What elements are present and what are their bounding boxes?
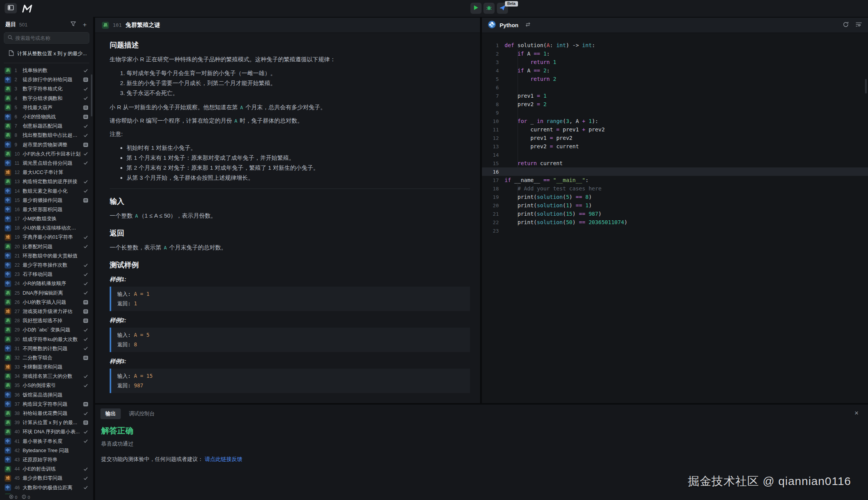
tab-output[interactable]: 输出	[100, 408, 121, 419]
problem-list-item[interactable]: 中23石子移动问题	[0, 270, 93, 279]
word-wrap-button[interactable]	[856, 22, 862, 28]
problem-list-item[interactable]: 易20比赛配对问题	[0, 242, 93, 251]
problem-list-item[interactable]: 中37构造回文字符串问题	[0, 400, 93, 409]
code-line[interactable]: 21 print(solution(15) == 987)	[482, 210, 868, 218]
code-line[interactable]: 7 prev1 = 1	[482, 92, 868, 100]
problem-list-item[interactable]: 难45最少步数归零问题	[0, 474, 93, 483]
problem-number: 22	[15, 262, 20, 268]
problem-list-item[interactable]: 难12最大UCC子串计算	[0, 168, 93, 177]
problem-list-item[interactable]: 中14数组元素之和最小化	[0, 186, 93, 195]
code-line[interactable]: 1def solution(A: int) -> int:	[482, 41, 868, 49]
problem-list-item[interactable]: 中24小R的随机播放顺序	[0, 279, 93, 288]
difficulty-badge: 易	[5, 373, 11, 380]
problem-list-item[interactable]: 中18小U的最大连续移动次数问题	[0, 223, 93, 233]
pinned-problem-item[interactable]: 计算从整数位置 x 到 y 的最少...	[5, 49, 90, 58]
code-line[interactable]: 4 if A == 2:	[482, 66, 868, 75]
add-problem-button[interactable]: +	[81, 21, 89, 28]
code-line[interactable]: 5 return 2	[482, 75, 868, 83]
code-line[interactable]: 23	[482, 226, 868, 235]
code-line[interactable]: 12 prev1 = prev2	[482, 134, 868, 142]
code-line[interactable]: 15 return current	[482, 159, 868, 167]
problem-list-item[interactable]: 中42Bytedance Tree 问题	[0, 446, 93, 455]
code-line[interactable]: 18 # Add your test cases here	[482, 184, 868, 193]
problem-list-item[interactable]: 易30组成字符串ku的最大次数	[0, 334, 93, 344]
search-input[interactable]	[15, 35, 85, 41]
code-line[interactable]: 2 if A == 1:	[482, 49, 868, 58]
problem-list-item[interactable]: 中16最大矩形面积问题	[0, 205, 93, 214]
code-line[interactable]: 10 for _ in range(3, A + 1):	[482, 117, 868, 125]
sidebar-scrollbar[interactable]	[91, 74, 92, 116]
reset-code-button[interactable]	[843, 21, 849, 29]
problem-list-item[interactable]: 易7创意标题匹配问题	[0, 121, 93, 131]
problem-list-item[interactable]: 易34游戏排名第三大的分数	[0, 372, 93, 381]
problem-list-item[interactable]: 易40环状 DNA 序列的最小表...	[0, 427, 93, 436]
problem-list-item[interactable]: 易26小U的数字插入问题	[0, 298, 93, 307]
problem-list-item[interactable]: 易38补给站最优花费问题	[0, 409, 93, 418]
code-line[interactable]: 14	[482, 151, 868, 159]
code-line[interactable]: 17if __name__ == "__main__":	[482, 176, 868, 184]
problem-list-item[interactable]: 易25DNA序列编辑距离	[0, 289, 93, 298]
problem-list-item[interactable]: 易1找单独的数	[0, 66, 93, 75]
code-line[interactable]: 11 current = prev1 + prev2	[482, 125, 868, 134]
sample-row: 返回: 987	[117, 381, 464, 390]
problem-list-item[interactable]: 易3数字字符串格式化	[0, 84, 93, 93]
code-line[interactable]: 9	[482, 108, 868, 117]
code-text: current = prev1 + prev2	[505, 126, 605, 133]
problem-list-item[interactable]: 中9超市里的货物架调整	[0, 140, 93, 149]
problem-list-item[interactable]: 难33卡牌翻面求和问题	[0, 362, 93, 372]
problem-list-item[interactable]: 中21环形数组中的最大贡献值	[0, 251, 93, 261]
problem-list-item[interactable]: 难27游戏英雄升级潜力评估	[0, 307, 93, 316]
problem-list-item[interactable]: 易32二分数字组合	[0, 353, 93, 362]
problem-list-item[interactable]: 易5寻找最大葫芦	[0, 103, 93, 112]
problem-list-item[interactable]: 易39计算从位置 x 到 y 的最...	[0, 418, 93, 427]
code-token: 987	[589, 211, 598, 217]
problem-list-item[interactable]: 易8找出整型数组中占比超过...	[0, 131, 93, 140]
problem-list-item[interactable]: 中17小M的数组变换	[0, 214, 93, 223]
code-line[interactable]: 3 return 1	[482, 58, 868, 66]
problem-list-item[interactable]: 中43还原原始字符串	[0, 455, 93, 464]
problem-list-item[interactable]: 中2徒步旅行中的补给问题	[0, 75, 93, 84]
code-line[interactable]: 16	[482, 167, 868, 176]
problem-number: 13	[15, 179, 20, 184]
code-token: solution(	[514, 42, 546, 48]
problem-list-item[interactable]: 易29小D的 `abc` 变换问题	[0, 325, 93, 334]
tab-debug-console[interactable]: 调试控制台	[124, 408, 160, 419]
problem-list-item[interactable]: 中36饭馆菜品选择问题	[0, 390, 93, 400]
code-token: +	[582, 126, 585, 133]
run-button[interactable]	[470, 3, 482, 14]
code-editor[interactable]: 1def solution(A: int) -> int:2 if A == 1…	[482, 33, 868, 403]
problem-list-item[interactable]: 中22最少字符串操作次数	[0, 261, 93, 270]
problem-list-item[interactable]: 易35小S的倒排索引	[0, 381, 93, 390]
sidebar-toggle-button[interactable]	[5, 3, 17, 13]
code-line[interactable]: 22 print(solution(50) == 20365011074)	[482, 218, 868, 226]
problem-list-item[interactable]: 中11观光景点组合得分问题	[0, 159, 93, 168]
problem-list-item[interactable]: 中46大数和中的极值位距离	[0, 483, 93, 492]
debug-button[interactable]	[483, 3, 495, 14]
solved-check-icon	[83, 161, 89, 166]
problem-list-item[interactable]: 中41最小替换子串长度	[0, 437, 93, 446]
code-line[interactable]: 20 print(solution(1) == 1)	[482, 201, 868, 210]
difficulty-badge: 易	[5, 86, 11, 92]
code-line[interactable]: 13 prev2 = current	[482, 142, 868, 151]
problem-list-item[interactable]: 易13构造特定数组的逆序拼接	[0, 177, 93, 186]
problem-list-item[interactable]: 易4数字分组求偶数和	[0, 94, 93, 103]
filter-button[interactable]	[69, 21, 77, 28]
problem-list-item[interactable]: 中6小E的怪物挑战	[0, 112, 93, 121]
code-line[interactable]: 6	[482, 83, 868, 92]
problem-list-item[interactable]: 易10小F的永久代币卡回本计划	[0, 149, 93, 159]
close-output-button[interactable]: ×	[852, 408, 861, 418]
problem-tab[interactable]: 易 101 兔群繁殖之谜	[95, 18, 167, 33]
problem-list-item[interactable]: 中15最少前缀操作问题	[0, 196, 93, 205]
problem-list-item[interactable]: 中31不同整数的计数问题	[0, 344, 93, 353]
code-line[interactable]: 19 print(solution(5) == 8)	[482, 193, 868, 201]
problem-list-title: 比赛配对问题	[23, 243, 81, 250]
search-box[interactable]	[4, 32, 89, 44]
problem-list-item[interactable]: 难19字典序最小的01字符串	[0, 233, 93, 242]
problem-list-item[interactable]: 易28我好想逃却逃不掉	[0, 316, 93, 325]
line-number: 2	[482, 51, 499, 57]
problem-list-item[interactable]: 易44小E的射击训练	[0, 464, 93, 474]
feedback-link[interactable]: 请点此链接反馈	[205, 456, 242, 462]
language-switch-button[interactable]	[525, 22, 531, 28]
editor-scrollbar[interactable]	[865, 79, 867, 93]
code-line[interactable]: 8 prev2 = 2	[482, 100, 868, 108]
